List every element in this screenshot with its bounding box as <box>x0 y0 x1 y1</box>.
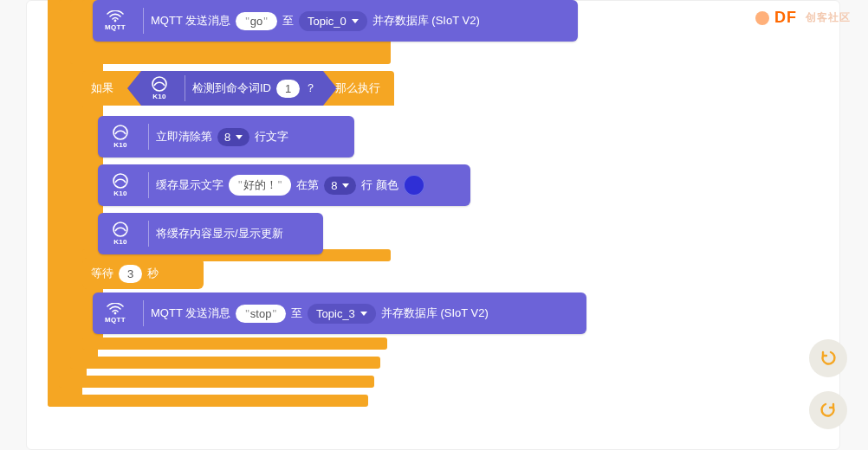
redo-icon <box>819 401 838 420</box>
wait-block[interactable]: 等待 3 秒 <box>82 258 204 289</box>
mqtt-icon-label: MQTT <box>105 23 126 31</box>
mqtt2-suffix: 并存数据库 (SIoT V2) <box>381 305 489 321</box>
chevron-down-icon <box>342 183 349 188</box>
mqtt-send-block-1[interactable]: MQTT MQTT 发送消息 "go" 至 Topic_0 并存数据库 (SIo… <box>93 0 578 42</box>
k10-icon: K10 <box>148 74 171 102</box>
block-canvas[interactable]: MQTT MQTT 发送消息 "go" 至 Topic_0 并存数据库 (SIo… <box>48 0 567 372</box>
clear-line-block[interactable]: K10 立即清除第 8 行文字 <box>98 116 354 158</box>
cache-display-block[interactable]: K10 缓存显示文字 "好的！" 在第 8 行 颜色 <box>98 164 470 206</box>
mqtt1-to: 至 <box>282 13 294 29</box>
svg-point-5 <box>114 312 117 315</box>
wait-prefix: 等待 <box>91 266 113 281</box>
cache-line-dropdown[interactable]: 8 <box>324 177 356 195</box>
cond-prefix: 检测到命令词ID <box>192 80 271 96</box>
watermark-suffix: 创客社区 <box>806 10 851 25</box>
mqtt1-msg-input[interactable]: "go" <box>236 12 277 30</box>
mqtt1-suffix: 并存数据库 (SIoT V2) <box>372 13 480 29</box>
undo-icon <box>819 349 838 368</box>
mqtt2-prefix: MQTT 发送消息 <box>151 305 230 321</box>
wait-seconds-input[interactable]: 3 <box>119 265 142 283</box>
c-block-foot-1 <box>48 395 368 407</box>
k10-icon-label: K10 <box>113 141 127 149</box>
k10-icon: K10 <box>107 123 134 151</box>
svg-point-3 <box>113 174 127 188</box>
divider <box>143 8 144 34</box>
diamond-left <box>127 71 141 106</box>
if-label: 如果 <box>91 80 113 96</box>
chevron-down-icon <box>236 135 243 139</box>
cache-at: 在第 <box>296 177 319 193</box>
c-block-foot-2 <box>59 376 374 388</box>
divider <box>148 172 149 198</box>
svg-point-1 <box>152 77 166 91</box>
mqtt1-prefix: MQTT 发送消息 <box>151 13 230 29</box>
svg-point-4 <box>113 222 127 236</box>
watermark: DF 创客社区 <box>755 9 851 27</box>
mqtt1-topic-dropdown[interactable]: Topic_0 <box>299 11 367 31</box>
cond-suffix: ？ <box>305 80 316 96</box>
clear-line-dropdown[interactable]: 8 <box>217 128 249 146</box>
mqtt2-msg-input[interactable]: "stop" <box>236 305 286 323</box>
cache-line-suffix: 行 颜色 <box>361 177 398 193</box>
mqtt2-to: 至 <box>291 305 302 321</box>
cond-id-input[interactable]: 1 <box>276 80 300 98</box>
svg-point-0 <box>114 20 117 22</box>
svg-point-2 <box>113 125 127 139</box>
then-label: 那么执行 <box>335 80 380 96</box>
k10-icon: K10 <box>107 220 134 248</box>
refresh-display-block[interactable]: K10 将缓存内容显示/显示更新 <box>98 213 323 254</box>
wait-suffix: 秒 <box>147 266 159 281</box>
divider <box>143 300 144 326</box>
mqtt2-topic-dropdown[interactable]: Topic_3 <box>308 304 376 324</box>
mqtt-icon-label: MQTT <box>105 316 126 324</box>
k10-icon-label: K10 <box>113 238 127 246</box>
cache-prefix: 缓存显示文字 <box>156 177 223 193</box>
mqtt-send-block-2[interactable]: MQTT MQTT 发送消息 "stop" 至 Topic_3 并存数据库 (S… <box>93 292 586 334</box>
k10-icon: K10 <box>107 171 134 199</box>
divider <box>148 124 149 150</box>
wifi-icon: MQTT <box>101 7 129 35</box>
chevron-down-icon <box>352 19 359 23</box>
cache-text-input[interactable]: "好的！" <box>229 175 291 196</box>
k10-icon-label: K10 <box>152 93 166 100</box>
condition-block[interactable]: K10 检测到命令词ID 1 ？ <box>127 71 337 106</box>
chevron-down-icon <box>360 312 367 316</box>
redo-button[interactable] <box>809 391 847 429</box>
divider <box>148 221 149 247</box>
k10-icon-label: K10 <box>113 190 127 197</box>
undo-button[interactable] <box>809 339 847 377</box>
refresh-text: 将缓存内容显示/显示更新 <box>156 226 283 241</box>
divider <box>185 75 185 101</box>
clear-suffix: 行文字 <box>255 129 288 145</box>
c-block-foot-4 <box>82 338 387 350</box>
df-logo-icon <box>755 11 769 25</box>
wifi-icon: MQTT <box>101 299 129 327</box>
c-block-foot-3 <box>70 357 380 369</box>
color-picker[interactable] <box>404 175 424 196</box>
clear-prefix: 立即清除第 <box>156 129 212 145</box>
watermark-brand: DF <box>774 9 797 27</box>
